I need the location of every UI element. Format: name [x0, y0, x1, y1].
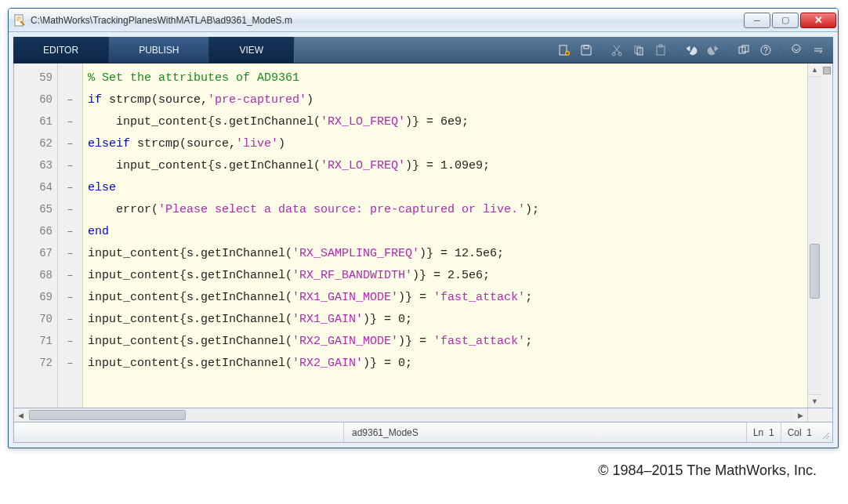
undo-icon[interactable] — [683, 42, 700, 59]
status-filename: ad9361_ModeS — [343, 422, 426, 442]
redo-icon[interactable] — [705, 42, 722, 59]
code-line[interactable]: input_content{s.getInChannel('RX_SAMPLIN… — [83, 242, 807, 264]
window-controls: ─ ▢ ✕ — [744, 13, 836, 28]
separator — [601, 43, 602, 57]
line-number[interactable]: 67 — [14, 242, 57, 264]
code-line[interactable]: end — [83, 220, 807, 242]
separator — [676, 43, 676, 57]
file-icon — [13, 14, 26, 27]
breakpoint-dash[interactable]: – — [58, 264, 82, 286]
scroll-left-arrow-icon[interactable]: ◀ — [14, 408, 27, 422]
breakpoint-dash[interactable]: – — [58, 308, 82, 330]
code-line[interactable]: input_content{s.getInChannel('RX1_GAIN_M… — [83, 286, 807, 308]
scroll-thumb[interactable] — [810, 244, 820, 299]
scroll-down-arrow-icon[interactable]: ▼ — [808, 394, 821, 408]
scroll-up-arrow-icon[interactable]: ▲ — [808, 63, 821, 77]
line-number[interactable]: 66 — [14, 220, 57, 242]
breakpoint-dash[interactable]: – — [58, 154, 82, 176]
statusbar: ad9361_ModeS Ln 1 Col 1 — [13, 422, 833, 443]
paste-icon[interactable] — [652, 42, 669, 59]
line-number[interactable]: 62 — [14, 132, 57, 154]
line-number[interactable]: 72 — [14, 352, 57, 374]
horizontal-scrollbar[interactable]: ◀ ▶ — [13, 408, 833, 422]
ln-value: 1 — [769, 427, 774, 438]
new-file-icon[interactable] — [556, 42, 573, 59]
breakpoint-dash[interactable]: – — [58, 176, 82, 198]
editor-window: C:\MathWorks\TrackingPlanesWithMATLAB\ad… — [8, 8, 839, 448]
tab-editor[interactable]: EDITOR — [13, 37, 109, 63]
minimize-button[interactable]: ─ — [744, 13, 770, 28]
line-number[interactable]: 59 — [14, 67, 57, 89]
code-line[interactable]: input_content{s.getInChannel('RX1_GAIN')… — [83, 308, 807, 330]
status-spacer — [426, 422, 746, 442]
maximize-button[interactable]: ▢ — [772, 13, 799, 28]
titlebar[interactable]: C:\MathWorks\TrackingPlanesWithMATLAB\ad… — [9, 9, 838, 32]
status-line[interactable]: Ln 1 — [746, 422, 781, 442]
scrollbar-corner — [807, 408, 832, 422]
tab-publish[interactable]: PUBLISH — [109, 37, 209, 63]
code-line[interactable]: input_content{s.getInChannel('RX2_GAIN')… — [83, 352, 807, 374]
resize-grip-icon[interactable] — [818, 422, 832, 442]
line-number-gutter[interactable]: 5960616263646566676869707172 — [14, 63, 58, 408]
svg-text:?: ? — [763, 46, 768, 55]
line-number[interactable]: 68 — [14, 264, 57, 286]
status-col[interactable]: Col 1 — [781, 422, 818, 442]
line-number[interactable]: 71 — [14, 330, 57, 352]
line-number[interactable]: 70 — [14, 308, 57, 330]
code-line[interactable]: error('Please select a data source: pre-… — [83, 198, 807, 220]
quick-access-toolbar: ? — [294, 37, 833, 63]
ln-label: Ln — [753, 427, 763, 438]
breakpoint-dash[interactable]: – — [58, 111, 82, 132]
separator — [781, 43, 781, 57]
code-analyzer-bar[interactable] — [821, 63, 832, 408]
close-button[interactable]: ✕ — [800, 13, 836, 28]
svg-rect-8 — [657, 46, 665, 55]
code-line[interactable]: input_content{s.getInChannel('RX_RF_BAND… — [83, 264, 807, 286]
code-line[interactable]: input_content{s.getInChannel('RX2_GAIN_M… — [83, 330, 807, 352]
breakpoint-dash[interactable]: – — [58, 220, 82, 242]
code-line[interactable]: if strcmp(source,'pre-captured') — [83, 89, 807, 111]
breakpoint-dash[interactable]: – — [58, 132, 82, 154]
breakpoint-dash[interactable]: – — [58, 242, 82, 264]
breakpoint-dash[interactable] — [58, 67, 82, 89]
analyzer-status-icon[interactable] — [823, 67, 831, 74]
scroll-right-arrow-icon[interactable]: ▶ — [794, 408, 807, 422]
breakpoint-dash[interactable]: – — [58, 89, 82, 111]
cut-icon[interactable] — [608, 42, 625, 59]
scroll-thumb[interactable] — [29, 410, 186, 420]
vertical-scrollbar[interactable]: ▲ ▼ — [807, 63, 821, 408]
breakpoint-dash[interactable]: – — [58, 330, 82, 352]
breakpoint-dash[interactable]: – — [58, 198, 82, 220]
separator — [728, 43, 729, 57]
dropdown-icon[interactable] — [788, 42, 805, 59]
line-number[interactable]: 60 — [14, 89, 57, 111]
toolstrip: EDITOR PUBLISH VIEW ? — [13, 37, 833, 63]
breakpoint-dash[interactable]: – — [58, 352, 82, 374]
scroll-track[interactable] — [27, 408, 794, 422]
col-label: Col — [788, 427, 802, 438]
svg-rect-3 — [584, 45, 589, 49]
line-number[interactable]: 63 — [14, 154, 57, 176]
code-line[interactable]: elseif strcmp(source,'live') — [83, 132, 807, 154]
code-line[interactable]: % Set the attributes of AD9361 — [83, 67, 807, 89]
editor-area: 5960616263646566676869707172 –––––––––––… — [13, 63, 833, 408]
minimize-ribbon-icon[interactable] — [810, 42, 827, 59]
breakpoint-column[interactable]: ––––––––––––– — [58, 63, 83, 408]
copy-icon[interactable] — [630, 42, 647, 59]
breakpoint-dash[interactable]: – — [58, 286, 82, 308]
window-title: C:\MathWorks\TrackingPlanesWithMATLAB\ad… — [31, 15, 744, 26]
line-number[interactable]: 61 — [14, 111, 57, 132]
col-value: 1 — [806, 427, 812, 438]
line-number[interactable]: 65 — [14, 198, 57, 220]
line-number[interactable]: 69 — [14, 286, 57, 308]
switch-window-icon[interactable] — [735, 42, 752, 59]
code-line[interactable]: input_content{s.getInChannel('RX_LO_FREQ… — [83, 154, 807, 176]
line-number[interactable]: 64 — [14, 176, 57, 198]
code-line[interactable]: input_content{s.getInChannel('RX_LO_FREQ… — [83, 111, 807, 132]
copyright-text: © 1984–2015 The MathWorks, Inc. — [0, 456, 848, 482]
save-icon[interactable] — [578, 42, 595, 59]
help-icon[interactable]: ? — [757, 42, 774, 59]
tab-view[interactable]: VIEW — [209, 37, 294, 63]
code-editor[interactable]: % Set the attributes of AD9361if strcmp(… — [83, 63, 807, 408]
code-line[interactable]: else — [83, 176, 807, 198]
